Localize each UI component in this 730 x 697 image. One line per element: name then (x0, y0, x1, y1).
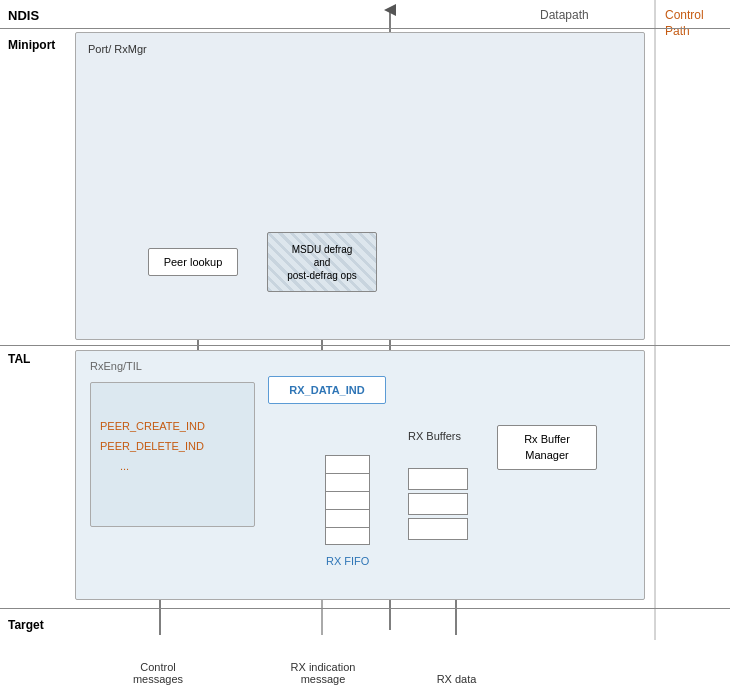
fifo-cell-3 (326, 492, 369, 510)
tal-label: TAL (8, 352, 30, 366)
msdu-defrag-box: MSDU defrag and post-defrag ops (267, 232, 377, 292)
fifo-cell-1 (326, 456, 369, 474)
peer-dots-text: ... (120, 460, 129, 472)
rx-indication-label: RX indication message (278, 661, 368, 685)
miniport-region (75, 32, 645, 340)
rx-buffers-label: RX Buffers (408, 430, 461, 442)
control-path-label: Control Path (665, 8, 730, 39)
rx-data-ind-box: RX_DATA_IND (268, 376, 386, 404)
peer-delete-text: PEER_DELETE_IND (100, 440, 204, 452)
fifo-cell-4 (326, 510, 369, 528)
rx-buf-2 (408, 493, 468, 515)
rx-buf-1 (408, 468, 468, 490)
fifo-cell-5 (326, 528, 369, 546)
miniport-label: Miniport (8, 38, 55, 52)
tal-divider (0, 345, 730, 346)
rxeng-til-label: RxEng/TIL (90, 360, 142, 372)
target-divider (0, 608, 730, 609)
rx-fifo-label: RX FIFO (326, 555, 369, 567)
diagram-container: NDIS Datapath Control Path Miniport Port… (0, 0, 730, 697)
port-rxmgr-label: Port/ RxMgr (88, 42, 147, 57)
rx-data-label: RX data (424, 673, 489, 685)
peer-lookup-box: Peer lookup (148, 248, 238, 276)
rx-buffer-manager-text: Rx Buffer Manager (524, 432, 570, 463)
rx-buf-3 (408, 518, 468, 540)
ndis-label: NDIS (8, 8, 39, 23)
rx-buffer-manager-box: Rx Buffer Manager (497, 425, 597, 470)
peer-events-region (90, 382, 255, 527)
msdu-defrag-text: MSDU defrag and post-defrag ops (287, 243, 357, 282)
peer-create-text: PEER_CREATE_IND (100, 420, 205, 432)
control-messages-label: Control messages (118, 661, 198, 685)
fifo-cell-2 (326, 474, 369, 492)
fifo-container (325, 455, 370, 545)
target-label: Target (8, 618, 44, 632)
ndis-divider (0, 28, 730, 29)
datapath-label: Datapath (540, 8, 589, 22)
